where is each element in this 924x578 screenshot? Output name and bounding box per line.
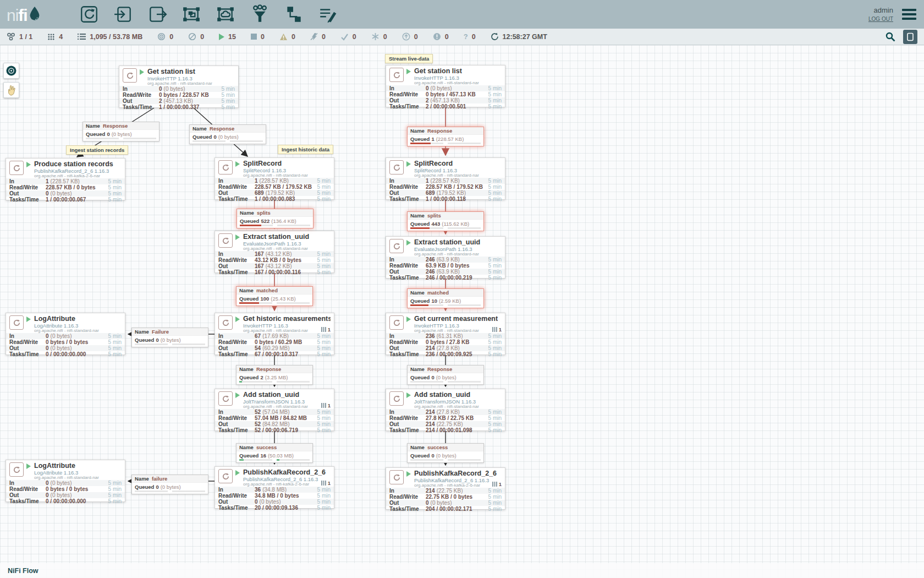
current-user-label: admin (868, 6, 893, 15)
processor-bundle: org.apache.nifi - nifi-kafka-2-6-nar (243, 482, 326, 487)
stat-row-read-write: Read/Write22.75 KB / 0 bytes5 min (386, 494, 505, 500)
processor-publishkafkarecord-live[interactable]: PublishKafkaRecord_2_6PublishKafkaRecord… (386, 467, 505, 510)
stat-row-out: Out52(84.82 MB)5 min (215, 421, 334, 427)
connection-label-matched-historic[interactable]: Namematched Queued100(25.43 KB) (236, 286, 313, 306)
processor-bundle: org.apache.nifi - nifi-kafka-2-6-nar (34, 174, 113, 179)
processor-add-station-uuid-historic[interactable]: Add station_uuidJoltTransformJSON 1.16.3… (215, 389, 334, 431)
processor-name: SplitRecord (414, 160, 479, 168)
invalid-warning-icon (279, 33, 288, 41)
queued-size: (50.03 MB) (268, 452, 294, 459)
connection-label-response-current-measurement[interactable]: NameResponse Queued0(0 bytes) (407, 365, 484, 385)
processor-logattribute-historic[interactable]: LogAttributeLogAttribute 1.16.3org.apach… (6, 313, 125, 355)
processor-get-station-list-live[interactable]: Get station listInvokeHTTP 1.16.3org.apa… (386, 65, 505, 107)
running-status-icon (235, 235, 240, 240)
processor-extract-station-uuid-historic[interactable]: Extract station_uuidEvaluateJsonPath 1.1… (215, 231, 334, 273)
processor-type-icon (9, 462, 24, 477)
remote-process-group-tool-icon[interactable] (215, 3, 237, 26)
transmitting-status: 0 (157, 32, 173, 41)
navigate-palette-button[interactable] (3, 63, 19, 79)
connection-label-matched-live[interactable]: Namematched Queued10(2.59 KB) (407, 288, 484, 308)
stat-row-in: In1(228.57 KB)5 min (386, 178, 505, 184)
processor-get-station-list-historic[interactable]: Get station listInvokeHTTP 1.16.3org.apa… (119, 66, 239, 108)
queued-count: 10 (431, 298, 437, 304)
stat-row-out: Out214(27.8 KB)5 min (386, 345, 505, 351)
operate-palette-button[interactable] (3, 82, 19, 98)
funnel-tool-icon[interactable] (249, 3, 271, 26)
settings-panel-button[interactable] (903, 30, 917, 44)
canvas-label-ingest-historic-data[interactable]: Ingest historic data (278, 145, 333, 154)
threads-icon (47, 33, 55, 41)
processor-bundle: org.apache.nifi - nifi-standard-nar (34, 476, 99, 481)
stat-row-in: In167(43.12 KB)5 min (215, 251, 334, 257)
processor-type-icon (389, 391, 404, 406)
connection-label-splits-historic[interactable]: Namesplits Queued522(136.4 KB) (237, 209, 314, 228)
connection-label-success-live[interactable]: Namesuccess Queued0(0 bytes) (407, 443, 484, 463)
stat-row-out: Out689(179.52 KB)5 min (386, 190, 505, 196)
processor-bundle: org.apache.nifi - nifi-standard-nar (414, 81, 479, 86)
processor-splitrecord-live[interactable]: SplitRecordSplitRecord 1.16.3org.apache.… (386, 157, 505, 200)
processor-tool-icon[interactable] (78, 3, 100, 26)
processor-produce-station-records[interactable]: Produce station recordsPublishKafkaRecor… (6, 158, 125, 200)
stat-row-tasks-time: Tasks/Time1 / 00:00:00.1185 min (386, 196, 505, 202)
processor-bundle: org.apache.nifi - nifi-standard-nar (414, 329, 498, 334)
processor-get-historic-measurements[interactable]: Get historic measurementsInvokeHTTP 1.16… (215, 313, 334, 355)
processor-publishkafkarecord-historic[interactable]: PublishKafkaRecord_2_6PublishKafkaRecord… (215, 466, 334, 509)
canvas-label-ingest-station-records[interactable]: Ingest station records (66, 145, 128, 155)
flow-canvas[interactable]: Stream live-data Ingest station records … (0, 45, 924, 578)
processor-splitrecord-historic[interactable]: SplitRecordSplitRecord 1.16.3org.apache.… (215, 157, 334, 200)
logout-link[interactable]: LOG OUT (868, 15, 893, 23)
locally-modified-stale-count: 0 (445, 33, 449, 41)
queued-size: (115.62 KB) (442, 221, 469, 227)
running-status-icon (235, 470, 240, 476)
output-port-tool-icon[interactable] (146, 3, 168, 26)
processor-type-icon (389, 160, 404, 175)
processor-add-station-uuid-live[interactable]: Add station_uuidJoltTransformJSON 1.16.3… (386, 389, 505, 431)
queued-size: (3.25 MB) (265, 374, 288, 380)
threads-icon (321, 327, 326, 332)
connection-label-failure-publish[interactable]: Namefailure Queued0(0 bytes) (131, 475, 208, 494)
stat-row-in: In0(0 bytes)5 min (6, 480, 125, 486)
up-to-date-check-icon (340, 33, 349, 41)
processor-type-icon (389, 68, 404, 82)
invalid-count: 0 (292, 33, 295, 41)
connection-label-response-to-produce[interactable]: NameResponse Queued0(0 bytes) (82, 122, 160, 141)
stat-row-read-write: Read/Write34.8 MB / 0 bytes5 min (215, 493, 334, 499)
connection-label-success-historic[interactable]: Namesuccess Queued16(50.03 MB) (236, 443, 313, 463)
stat-row-read-write: Read/Write0 bytes / 228.57 KB5 min (119, 92, 238, 98)
stat-row-tasks-time: Tasks/Time246 / 00:00:00.2195 min (386, 275, 505, 281)
breadcrumb-nifi-flow[interactable]: NiFi Flow (8, 567, 38, 575)
locally-modified-count: 0 (383, 33, 387, 41)
queued-count: 1,095 / 53.78 MB (90, 33, 142, 41)
stale-arrow-icon (402, 32, 410, 41)
connection-label-failure-historic[interactable]: NameFailure Queued0(0 bytes) (131, 328, 208, 347)
input-port-tool-icon[interactable] (112, 3, 134, 26)
connection-label-splits-live[interactable]: Namesplits Queued443(115.62 KB) (407, 211, 484, 231)
stat-row-tasks-time: Tasks/Time236 / 00:00:09.9255 min (386, 351, 505, 357)
stat-row-tasks-time: Tasks/Time67 / 00:00:10.3175 min (215, 351, 334, 357)
active-threads-badge: 1 (321, 326, 331, 332)
connection-label-response-historic-measurements[interactable]: NameResponse Queued2(3.25 MB) (236, 365, 313, 385)
refresh-icon[interactable] (491, 32, 499, 41)
relationship-name: Response (103, 123, 128, 129)
global-menu-icon[interactable] (900, 7, 919, 22)
label-tool-icon[interactable] (317, 3, 339, 26)
running-status-icon (140, 69, 144, 75)
cluster-icon (7, 32, 15, 41)
queued-count: 0 (431, 452, 434, 459)
flow-status-bar: 1 / 1 4 1,095 / 53.78 MB 0 0 15 0 0 0 0 … (0, 29, 924, 45)
processor-logattribute-live[interactable]: LogAttributeLogAttribute 1.16.3org.apach… (6, 460, 125, 502)
stat-row-tasks-time: Tasks/Time1 / 00:00:00.3375 min (119, 104, 238, 110)
search-icon[interactable] (886, 32, 895, 42)
process-group-tool-icon[interactable] (180, 3, 202, 26)
processor-extract-station-uuid-live[interactable]: Extract station_uuidEvaluateJsonPath 1.1… (386, 236, 505, 279)
hand-icon (6, 84, 17, 96)
template-tool-icon[interactable] (283, 3, 305, 26)
connection-label-response-live[interactable]: NameResponse Queued1(228.57 KB) (407, 127, 484, 146)
processor-get-current-measurement[interactable]: Get current measurementInvokeHTTP 1.16.3… (386, 313, 505, 355)
processor-type-icon (389, 315, 404, 330)
not-transmitting-status: 0 (188, 32, 204, 41)
connection-label-response-to-splitrecord[interactable]: NameResponse Queued0(0 bytes) (189, 124, 266, 144)
stat-row-read-write: Read/Write43.12 KB / 0 bytes5 min (215, 257, 334, 263)
canvas-label-stream-live-data[interactable]: Stream live-data (385, 54, 433, 63)
queued-count: 0 (213, 134, 216, 140)
